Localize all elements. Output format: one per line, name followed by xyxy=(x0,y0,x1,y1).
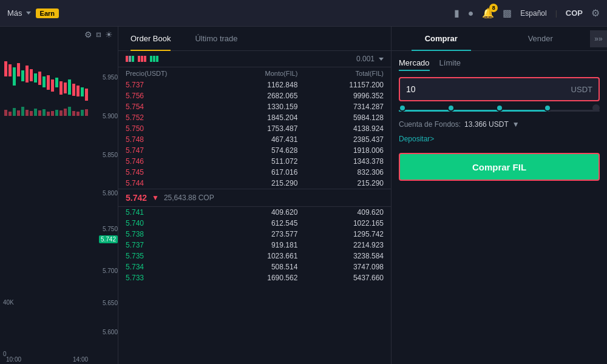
svg-rect-5 xyxy=(25,66,29,83)
price-5950: 5.950 xyxy=(103,74,118,81)
mas-label: Más xyxy=(7,8,22,18)
ob-view-icons xyxy=(126,56,158,62)
svg-rect-30 xyxy=(47,112,50,116)
slider-dot-100[interactable] xyxy=(592,104,600,112)
col-price: Precio(USDT) xyxy=(126,70,212,77)
svg-rect-0 xyxy=(4,61,7,76)
table-row: 5.740612.5451022.165 xyxy=(118,218,391,229)
svg-rect-27 xyxy=(34,109,37,116)
order-book-tabs: Order Book Último trade xyxy=(118,27,391,51)
svg-rect-2 xyxy=(13,67,16,86)
slider-dot-25[interactable] xyxy=(447,104,455,112)
table-row: 5.7351023.6613238.584 xyxy=(118,251,391,261)
zero-label: 0 xyxy=(3,351,7,357)
price-5850: 5.850 xyxy=(103,152,118,158)
svg-rect-29 xyxy=(42,109,46,116)
notification-icon[interactable]: 🔔 8 xyxy=(482,7,494,19)
candlestick-chart xyxy=(3,58,97,316)
mobile-icon[interactable]: ▩ xyxy=(503,7,512,19)
svg-rect-13 xyxy=(59,81,63,95)
decimal-label: 0.001 xyxy=(356,55,375,63)
slider-dot-75[interactable] xyxy=(544,104,551,112)
svg-rect-39 xyxy=(85,109,88,116)
order-type-tabs: Mercado Límite xyxy=(399,58,600,71)
expand-icon[interactable]: ⧈ xyxy=(96,29,101,39)
top-nav: Más Earn ▮ ● 🔔 8 ▩ Español | COP ⚙ xyxy=(0,0,607,27)
slider-dot-0[interactable] xyxy=(399,104,406,112)
funds-value: 13.366 USDT xyxy=(464,120,509,129)
amount-currency: USDT xyxy=(571,85,592,94)
amount-input[interactable] xyxy=(406,84,571,94)
profile-icon[interactable]: ● xyxy=(468,8,474,19)
svg-rect-6 xyxy=(30,69,33,81)
tab-market[interactable]: Mercado xyxy=(399,58,430,71)
svg-rect-23 xyxy=(17,110,20,116)
tab-last-trade[interactable]: Último trade xyxy=(183,27,249,50)
table-row: 5.747574.6281918.006 xyxy=(118,145,391,156)
svg-rect-21 xyxy=(8,112,12,116)
ob-view-both[interactable] xyxy=(126,56,134,62)
time-1400: 14:00 xyxy=(73,356,88,363)
svg-rect-32 xyxy=(55,110,58,116)
mas-menu[interactable]: Más xyxy=(7,8,31,18)
price-5750: 5.750 xyxy=(103,226,118,232)
ob-view-buy[interactable] xyxy=(150,56,158,62)
nav-divider: | xyxy=(555,9,557,18)
svg-rect-20 xyxy=(4,110,7,116)
svg-rect-9 xyxy=(42,76,46,87)
depositar-link[interactable]: Depositar> xyxy=(399,135,600,143)
panel-collapse-button[interactable]: »» xyxy=(590,30,607,47)
table-row: 5.744215.290215.290 xyxy=(118,178,391,189)
svg-rect-8 xyxy=(38,72,41,85)
svg-rect-28 xyxy=(38,110,41,116)
ob-controls: 0.001 xyxy=(118,51,391,67)
chart-canvas: 5.950 5.900 5.850 5.800 5.750 5.742 5.70… xyxy=(0,42,118,364)
svg-rect-18 xyxy=(81,87,84,96)
ob-view-sell[interactable] xyxy=(138,56,146,62)
order-book: Order Book Último trade xyxy=(118,27,392,364)
buy-button[interactable]: Comprar FIL xyxy=(399,153,600,181)
tab-limit[interactable]: Límite xyxy=(439,58,461,71)
language-selector[interactable]: Español xyxy=(520,9,546,18)
ob-decimal-selector[interactable]: 0.001 xyxy=(356,55,384,63)
settings-icon[interactable]: ⚙ xyxy=(591,7,600,19)
amount-slider[interactable] xyxy=(399,107,600,114)
price-5650: 5.650 xyxy=(103,300,118,306)
mid-arrow-icon: ▼ xyxy=(152,194,159,202)
tab-order-book[interactable]: Order Book xyxy=(118,27,183,50)
tab-sell[interactable]: Vender xyxy=(491,27,591,50)
table-row: 5.748467.4312385.437 xyxy=(118,134,391,145)
svg-rect-10 xyxy=(47,75,50,90)
mid-price: 5.742 xyxy=(126,193,147,203)
svg-rect-22 xyxy=(13,108,16,116)
currency-selector[interactable]: COP xyxy=(566,8,583,18)
time-1000: 10:00 xyxy=(6,356,21,363)
tab-buy[interactable]: Comprar xyxy=(392,27,491,50)
ob-mid-price-row: 5.742 ▼ 25,643.88 COP xyxy=(118,189,391,207)
svg-rect-12 xyxy=(55,78,58,87)
svg-rect-14 xyxy=(64,83,67,93)
settings-icon[interactable]: ⚙ xyxy=(84,30,92,39)
table-row: 5.737919.1812214.923 xyxy=(118,240,391,251)
table-row: 5.7521845.2045984.128 xyxy=(118,112,391,123)
col-total: Total(FIL) xyxy=(297,70,384,77)
ob-body: 5.7371162.84811157.200 5.7562682.0659996… xyxy=(118,79,391,364)
slider-dot-50[interactable] xyxy=(496,104,503,112)
svg-rect-17 xyxy=(76,86,80,96)
svg-rect-1 xyxy=(8,64,12,76)
wallet-icon[interactable]: ▮ xyxy=(454,7,459,19)
table-row: 5.7371162.84811157.200 xyxy=(118,79,391,90)
price-5900: 5.900 xyxy=(103,113,118,120)
table-row: 5.7501753.4874138.924 xyxy=(118,123,391,134)
amount-input-wrap[interactable]: USDT xyxy=(399,77,600,101)
buy-sell-tabs: Comprar Vender »» xyxy=(392,27,607,51)
svg-rect-25 xyxy=(25,110,29,116)
svg-rect-35 xyxy=(68,107,71,116)
svg-rect-7 xyxy=(34,73,37,83)
camera-icon[interactable]: ☀ xyxy=(105,30,113,39)
price-5800: 5.800 xyxy=(103,190,118,197)
price-5600: 5.600 xyxy=(103,329,118,335)
svg-rect-16 xyxy=(72,84,75,96)
svg-rect-4 xyxy=(21,70,24,81)
earn-badge[interactable]: Earn xyxy=(36,8,59,18)
